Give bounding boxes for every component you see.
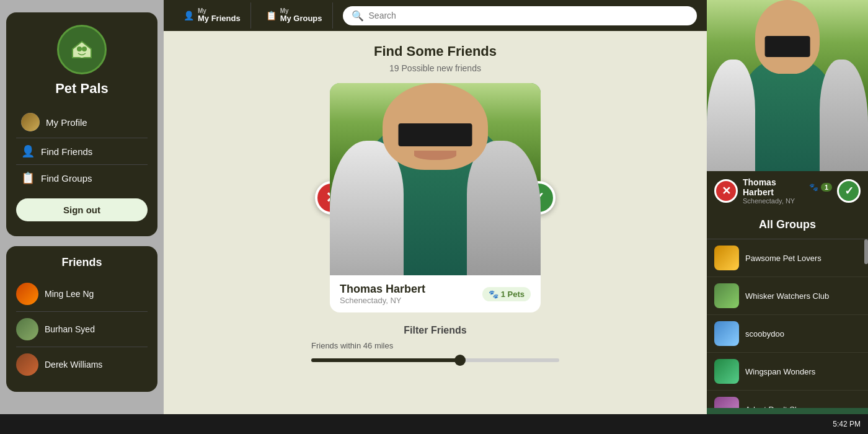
search-icon: 🔍 xyxy=(352,10,364,22)
my-friends-label: My My Friends xyxy=(198,7,241,23)
top-bar: 👤 My My Friends 📋 My My Groups 🔍 xyxy=(164,0,707,31)
all-groups-panel: All Groups Pawsome Pet Lovers Whisker Wa… xyxy=(707,211,868,408)
nav-find-friends[interactable]: 👤 Find Friends xyxy=(16,138,148,165)
my-groups-label: My My Groups xyxy=(280,7,322,23)
search-input[interactable] xyxy=(369,11,688,20)
friends-panel: Friends Ming Lee Ng Burhan Syed Derek Wi… xyxy=(6,246,157,392)
nav-my-profile[interactable]: My Profile xyxy=(16,107,148,138)
preview-pets: 1 xyxy=(821,183,832,192)
paw-icon: 🐾 xyxy=(489,290,498,299)
find-groups-icon: 📋 xyxy=(21,171,35,185)
friends-tab-icon: 👤 xyxy=(184,11,194,20)
my-friends-tab-text: My Friends xyxy=(198,14,241,23)
app-logo xyxy=(57,25,107,74)
preview-name: Thomas Harbert 🐾 1 xyxy=(743,177,832,197)
preview-name-text: Thomas Harbert xyxy=(743,177,807,197)
app-title: Pet Pals xyxy=(55,81,108,97)
group-avatar-pawsome xyxy=(714,246,739,270)
group-name-scooby: scoobydoo xyxy=(745,329,784,339)
group-adopt[interactable]: Adopt Don't Shop xyxy=(707,391,868,408)
friend-ming[interactable]: Ming Lee Ng xyxy=(16,277,148,312)
svg-point-0 xyxy=(76,45,88,58)
preview-location: Schenectady, NY xyxy=(743,197,832,205)
profile-card: Thomas Harbert Schenectady, NY 🐾 1 Pets xyxy=(330,83,541,312)
group-name-whisker: Whisker Watchers Club xyxy=(745,291,829,301)
scrollbar[interactable] xyxy=(864,239,868,264)
pets-count: 1 Pets xyxy=(501,290,525,299)
nav-my-profile-label: My Profile xyxy=(46,117,87,128)
paw-icon-preview: 🐾 xyxy=(809,183,818,192)
filter-title: Filter Friends xyxy=(311,325,559,336)
friends-title: Friends xyxy=(16,256,148,269)
preview-pets-count: 1 xyxy=(825,184,828,191)
group-whisker[interactable]: Whisker Watchers Club xyxy=(707,277,868,315)
pets-badge: 🐾 1 Pets xyxy=(482,287,531,301)
slider-thumb[interactable] xyxy=(454,355,466,366)
svg-point-1 xyxy=(77,46,82,51)
group-avatar-wingspan xyxy=(714,359,739,384)
friend-burhan[interactable]: Burhan Syed xyxy=(16,312,148,347)
friend-name-derek: Derek Williams xyxy=(45,360,102,370)
friend-name-burhan: Burhan Syed xyxy=(45,324,95,334)
my-groups-tab-text: My Groups xyxy=(280,14,322,23)
nav-find-groups[interactable]: 📋 Find Groups xyxy=(16,165,148,191)
profile-avatar xyxy=(21,113,40,131)
all-groups-title: All Groups xyxy=(707,211,868,239)
profile-card-area: ✕ xyxy=(330,83,541,312)
distance-slider[interactable] xyxy=(311,354,559,366)
group-avatar-adopt xyxy=(714,397,739,408)
friend-avatar-burhan xyxy=(16,318,38,340)
slider-fill xyxy=(311,358,460,362)
friend-avatar-derek xyxy=(16,353,38,376)
signout-button[interactable]: Sign out xyxy=(16,198,148,221)
find-friends-icon: 👤 xyxy=(21,144,35,158)
tab-my-groups[interactable]: 📋 My My Groups xyxy=(256,2,333,28)
group-wingspan[interactable]: Wingspan Wonders xyxy=(707,353,868,391)
profile-card-image xyxy=(330,83,541,275)
groups-tab-icon: 📋 xyxy=(266,11,277,20)
clock: 5:42 PM xyxy=(833,420,861,428)
preview-reject-button[interactable]: ✕ xyxy=(714,179,738,203)
profile-preview: ✕ Thomas Harbert 🐾 1 Schenectady, NY ✓ xyxy=(707,0,868,211)
possible-count: 19 Possible new friends xyxy=(389,63,481,73)
preview-bar: ✕ Thomas Harbert 🐾 1 Schenectady, NY ✓ xyxy=(707,171,868,211)
profile-card-info: Thomas Harbert Schenectady, NY 🐾 1 Pets xyxy=(330,275,541,312)
filter-label: Friends within 46 miles xyxy=(311,341,559,350)
right-panel: ✕ Thomas Harbert 🐾 1 Schenectady, NY ✓ A… xyxy=(707,0,868,434)
group-name-adopt: Adopt Don't Shop xyxy=(745,405,808,409)
preview-accept-button[interactable]: ✓ xyxy=(837,179,861,203)
group-name-wingspan: Wingspan Wonders xyxy=(745,367,815,376)
group-avatar-scooby xyxy=(714,321,739,346)
filter-section: Filter Friends Friends within 46 miles xyxy=(311,325,559,366)
group-pawsome[interactable]: Pawsome Pet Lovers xyxy=(707,239,868,277)
nav-find-friends-label: Find Friends xyxy=(41,146,92,157)
profile-location: Schenectady, NY xyxy=(340,296,425,305)
find-friends-area: Find Some Friends 19 Possible new friend… xyxy=(164,31,707,434)
friend-derek[interactable]: Derek Williams xyxy=(16,347,148,382)
tab-my-friends[interactable]: 👤 My My Friends xyxy=(174,2,251,28)
group-avatar-whisker xyxy=(714,283,739,308)
nav-find-groups-label: Find Groups xyxy=(41,173,92,184)
search-bar[interactable]: 🔍 xyxy=(343,6,697,25)
preview-info: Thomas Harbert 🐾 1 Schenectady, NY xyxy=(743,177,832,205)
left-sidebar: Pet Pals My Profile 👤 Find Friends 📋 Fin… xyxy=(0,0,164,434)
profile-name: Thomas Harbert xyxy=(340,283,425,296)
taskbar: 5:42 PM xyxy=(0,414,868,434)
sidebar-top-panel: Pet Pals My Profile 👤 Find Friends 📋 Fin… xyxy=(6,12,157,236)
friend-name-ming: Ming Lee Ng xyxy=(45,289,94,299)
main-content: 👤 My My Friends 📋 My My Groups 🔍 Find So… xyxy=(164,0,707,434)
find-friends-title: Find Some Friends xyxy=(374,43,497,60)
group-scooby[interactable]: scoobydoo xyxy=(707,315,868,353)
friend-avatar-ming xyxy=(16,283,38,305)
svg-point-2 xyxy=(82,46,87,51)
group-name-pawsome: Pawsome Pet Lovers xyxy=(745,254,822,263)
slider-track xyxy=(311,358,559,362)
